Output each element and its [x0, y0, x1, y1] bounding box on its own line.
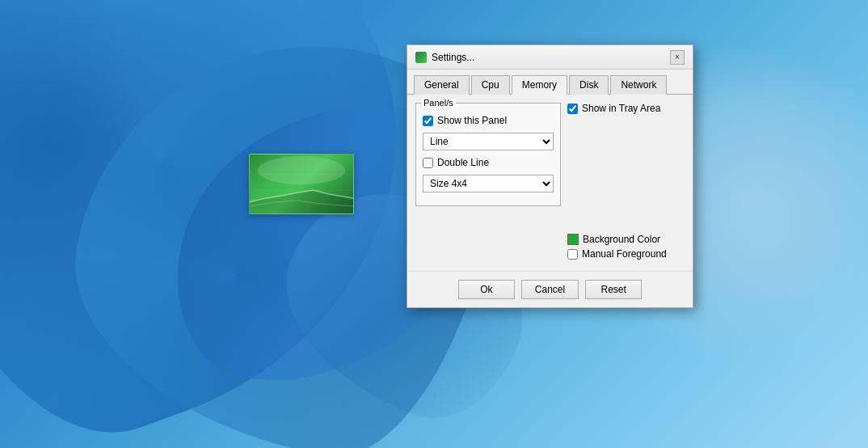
- tab-cpu[interactable]: Cpu: [471, 75, 510, 95]
- size-dropdown-row: Size 4x4 Size 6x6 Size 8x8: [423, 175, 554, 192]
- show-tray-checkbox[interactable]: [567, 104, 578, 114]
- cancel-button[interactable]: Cancel: [521, 280, 579, 299]
- show-panel-row: Show this Panel: [423, 115, 554, 126]
- manual-fg-label[interactable]: Manual Foreground: [582, 248, 667, 260]
- tab-memory[interactable]: Memory: [512, 75, 567, 95]
- line-dropdown-row: Line Bar Digital: [423, 133, 554, 150]
- show-tray-label[interactable]: Show in Tray Area: [582, 103, 660, 114]
- dialog-title: Settings...: [432, 52, 474, 63]
- manual-fg-checkbox[interactable]: [567, 249, 578, 260]
- tab-disk[interactable]: Disk: [569, 75, 609, 95]
- ok-button[interactable]: Ok: [458, 280, 515, 299]
- panel-group-label: Panel/s: [421, 98, 456, 108]
- panel-group: Panel/s Show this Panel Line Bar Digital: [415, 103, 561, 206]
- dialog-content: Panel/s Show this Panel Line Bar Digital: [407, 94, 693, 271]
- dialog-titlebar: Settings... ×: [407, 45, 693, 70]
- svg-point-0: [258, 156, 345, 184]
- bg-color-label: Background Color: [583, 234, 660, 245]
- close-button[interactable]: ×: [670, 50, 685, 65]
- reset-button[interactable]: Reset: [585, 280, 642, 299]
- double-line-checkbox[interactable]: [423, 158, 433, 168]
- app-icon: [415, 52, 427, 63]
- show-panel-label[interactable]: Show this Panel: [437, 115, 507, 126]
- svg-marker-3: [250, 190, 353, 214]
- show-panel-checkbox[interactable]: [423, 116, 433, 126]
- double-line-label[interactable]: Double Line: [437, 157, 489, 168]
- double-line-row: Double Line: [423, 157, 554, 168]
- settings-dialog: Settings... × General Cpu Memory Disk Ne…: [407, 44, 693, 308]
- bg-color-row: Background Color: [567, 234, 685, 245]
- right-panel: Show in Tray Area Background Color Manua…: [567, 103, 685, 263]
- tray-section: Show in Tray Area: [567, 103, 685, 114]
- manual-fg-row: Manual Foreground: [567, 248, 685, 260]
- line-select[interactable]: Line Bar Digital: [423, 133, 554, 150]
- buttons-row: Ok Cancel Reset: [407, 271, 693, 307]
- size-select[interactable]: Size 4x4 Size 6x6 Size 8x8: [423, 175, 554, 192]
- left-panel: Panel/s Show this Panel Line Bar Digital: [415, 103, 561, 263]
- show-tray-row: Show in Tray Area: [567, 103, 685, 114]
- memory-widget: [249, 154, 354, 214]
- tab-network[interactable]: Network: [610, 75, 667, 95]
- bg-color-swatch[interactable]: [567, 234, 579, 245]
- tabs-bar: General Cpu Memory Disk Network: [407, 70, 693, 94]
- tab-general[interactable]: General: [414, 75, 470, 95]
